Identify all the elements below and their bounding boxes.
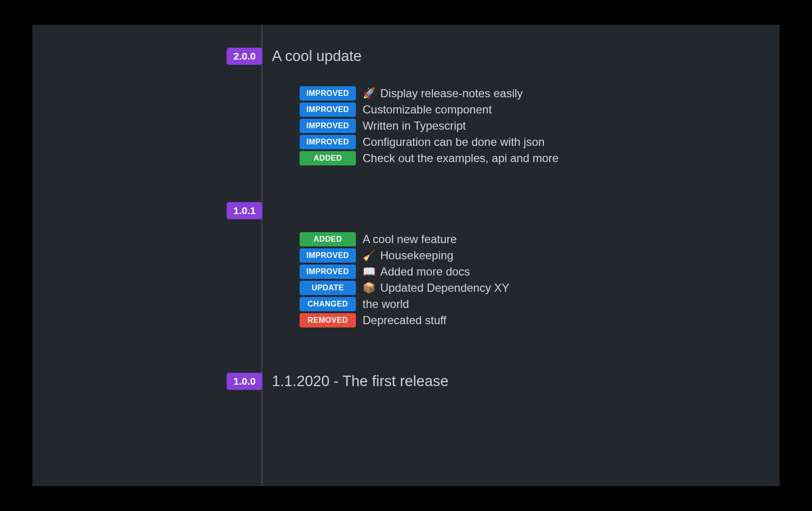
version-badge: 1.0.0 [227,373,262,390]
changelog-item: CHANGED the world [300,297,780,311]
item-text: 📦Updated Dependency XY [363,281,510,295]
item-text: A cool new feature [363,233,457,246]
release-entry: 1.0.0 1.1.2020 - The first release [32,373,780,390]
item-text: Deprecated stuff [363,314,447,327]
tag-added: ADDED [300,151,356,165]
tag-changed: CHANGED [300,297,356,311]
changelog-item: IMPROVED 📖Added more docs [300,265,780,279]
item-text: Configuration can be done with json [363,135,545,149]
version-badge: 2.0.0 [227,48,262,65]
item-text: Written in Typescript [363,119,466,133]
changelog-item: IMPROVED Configuration can be done with … [300,135,780,149]
releases-list: 2.0.0 A cool update IMPROVED 🚀Display re… [32,25,780,390]
release-entry: 1.0.1 ADDED A cool new feature IMPROVED … [32,211,780,327]
tag-improved: IMPROVED [300,119,356,133]
item-text: 🧹Housekeeping [363,249,453,262]
changelog-item: IMPROVED Customizable component [300,102,780,117]
release-header: 1.0.0 1.1.2020 - The first release [32,373,780,390]
release-items: IMPROVED 🚀Display release-notes easily I… [300,86,780,165]
package-icon: 📦 [363,282,375,294]
item-text: 📖Added more docs [363,265,470,278]
item-text: the world [363,297,409,311]
tag-added: ADDED [300,232,356,246]
rocket-icon: 🚀 [363,87,375,100]
changelog-item: IMPROVED 🚀Display release-notes easily [300,86,780,101]
tag-improved: IMPROVED [300,86,356,101]
changelog-item: ADDED Check out the examples, api and mo… [300,151,780,165]
item-text: Check out the examples, api and more [363,152,559,165]
tag-improved: IMPROVED [300,248,356,263]
changelog-item: UPDATE 📦Updated Dependency XY [300,281,780,295]
release-title: 1.1.2020 - The first release [272,373,448,390]
changelog-item: IMPROVED 🧹Housekeeping [300,248,780,263]
changelog-panel: 2.0.0 A cool update IMPROVED 🚀Display re… [32,25,780,486]
tag-improved: IMPROVED [300,135,356,149]
changelog-item: IMPROVED Written in Typescript [300,119,780,133]
release-header: 2.0.0 A cool update [32,48,780,65]
tag-removed: REMOVED [300,313,356,327]
tag-improved: IMPROVED [300,102,356,117]
changelog-item: ADDED A cool new feature [300,232,780,246]
broom-icon: 🧹 [363,249,375,262]
release-title: A cool update [272,48,362,65]
tag-improved: IMPROVED [300,265,356,279]
book-icon: 📖 [363,266,375,278]
release-items: ADDED A cool new feature IMPROVED 🧹House… [300,232,780,327]
changelog-item: REMOVED Deprecated stuff [300,313,780,327]
tag-update: UPDATE [300,281,356,295]
release-entry: 2.0.0 A cool update IMPROVED 🚀Display re… [32,48,780,165]
version-badge: 1.0.1 [227,202,262,219]
item-text: Customizable component [363,103,492,116]
item-text: 🚀Display release-notes easily [363,87,523,100]
